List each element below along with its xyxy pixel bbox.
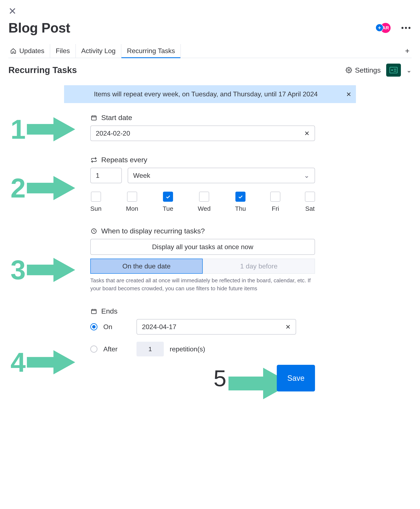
page-title: Blog Post: [8, 20, 70, 36]
day-fri[interactable]: Fri: [270, 192, 280, 212]
tab-label: Files: [56, 47, 70, 55]
annotation-number: 1: [10, 116, 26, 143]
chevron-down-icon: ⌄: [304, 171, 309, 179]
annotation-arrow-icon: [27, 176, 75, 201]
field-label: Start date: [101, 114, 132, 122]
ends-on-row: On 2024-04-17 ✕: [90, 319, 315, 335]
day-wed[interactable]: Wed: [198, 192, 211, 212]
section-title: Recurring Tasks: [8, 65, 77, 75]
tabs: Updates Files Activity Log Recurring Tas…: [8, 44, 412, 58]
repetitions-suffix: repetition(s): [170, 345, 205, 353]
svg-rect-6: [394, 69, 396, 69]
tab-updates[interactable]: Updates: [8, 44, 50, 58]
day-label: Sat: [305, 205, 315, 212]
annotation-number: 3: [10, 256, 26, 284]
day-sat[interactable]: Sat: [305, 192, 315, 212]
app-badge-icon[interactable]: [386, 64, 401, 77]
check-icon: [165, 194, 171, 199]
svg-rect-4: [390, 67, 397, 73]
tab-activity-log[interactable]: Activity Log: [76, 44, 122, 58]
annotation-arrow-icon: [27, 257, 75, 282]
tab-recurring-tasks[interactable]: Recurring Tasks: [121, 44, 181, 58]
repeat-unit-select[interactable]: Week ⌄: [128, 168, 315, 183]
ends-after-row: After 1 repetition(s): [90, 342, 315, 356]
day-tue[interactable]: Tue: [163, 192, 173, 212]
annotation-number: 2: [10, 174, 26, 202]
radio-ends-after[interactable]: [90, 346, 98, 353]
day-label: Tue: [163, 205, 173, 212]
ends-group: Ends On 2024-04-17 ✕ After 1 r: [90, 307, 315, 356]
weekday-selector: Sun Mon Tue Wed Thu Fri Sat: [90, 192, 315, 212]
ends-on-date-value: 2024-04-17: [142, 323, 176, 331]
check-icon: [238, 194, 243, 199]
segment-one-day-before[interactable]: 1 day before: [203, 258, 315, 274]
svg-point-5: [391, 69, 393, 71]
day-sun[interactable]: Sun: [90, 192, 101, 212]
calendar-icon: [90, 114, 98, 121]
radio-ends-on[interactable]: [90, 323, 98, 330]
add-member-icon[interactable]: +: [376, 24, 383, 31]
segment-on-due-date[interactable]: On the due date: [90, 258, 203, 274]
svg-rect-7: [394, 71, 396, 71]
repeat-unit-value: Week: [133, 172, 150, 179]
dismiss-banner-icon[interactable]: ✕: [346, 90, 351, 98]
annotation-arrow-icon: [27, 350, 75, 375]
display-group: When to display recurring tasks? Display…: [90, 227, 315, 292]
display-segment-control: On the due date 1 day before: [90, 258, 315, 274]
day-label: Wed: [198, 205, 211, 212]
more-menu-icon[interactable]: •••: [401, 23, 412, 32]
day-label: Sun: [90, 205, 101, 212]
start-date-group: Start date 2024-02-20 ✕: [90, 114, 315, 141]
chevron-down-icon[interactable]: ⌄: [406, 66, 412, 74]
button-label: Display all your tasks at once now: [152, 243, 253, 251]
section-header: Recurring Tasks Settings ⌄: [8, 58, 412, 82]
segment-label: 1 day before: [240, 262, 278, 270]
home-icon: [10, 47, 17, 55]
repetitions-value: 1: [149, 346, 152, 353]
annotation-arrow-icon: [228, 368, 270, 389]
day-thu[interactable]: Thu: [235, 192, 246, 212]
annotation-number: 4: [10, 349, 26, 376]
tab-label: Updates: [19, 47, 44, 55]
start-date-value: 2024-02-20: [96, 130, 130, 137]
radio-label: After: [103, 345, 131, 353]
field-label: Ends: [101, 307, 118, 315]
day-label: Mon: [126, 205, 138, 212]
day-label: Thu: [235, 205, 246, 212]
button-label: Save: [287, 374, 305, 383]
repeats-group: Repeats every 1 Week ⌄ Sun Mon Tue Wed: [90, 156, 315, 212]
info-banner-text: Items will repeat every week, on Tuesday…: [94, 90, 317, 98]
tab-label: Recurring Tasks: [127, 47, 175, 55]
repeat-interval-input[interactable]: 1: [90, 168, 122, 183]
radio-label: On: [103, 323, 131, 331]
annotation-arrow-icon: [27, 117, 75, 142]
field-label: When to display recurring tasks?: [101, 227, 205, 235]
tab-label: Activity Log: [81, 47, 116, 55]
clock-icon: [90, 228, 98, 235]
repeat-icon: [90, 156, 98, 163]
clear-icon[interactable]: ✕: [285, 323, 291, 331]
ends-on-date-input[interactable]: 2024-04-17 ✕: [136, 319, 296, 335]
repetitions-input[interactable]: 1: [136, 342, 164, 356]
settings-button[interactable]: Settings: [345, 66, 381, 74]
add-tab-button[interactable]: +: [403, 47, 412, 55]
close-icon[interactable]: ✕: [8, 6, 17, 16]
save-row: 5 Save: [90, 365, 315, 391]
day-mon[interactable]: Mon: [126, 192, 138, 212]
member-avatars[interactable]: + AR: [376, 22, 393, 34]
annotation-number: 5: [214, 365, 226, 391]
header-row: Blog Post + AR •••: [8, 20, 412, 36]
day-label: Fri: [272, 205, 279, 212]
repeat-interval-value: 1: [96, 172, 99, 179]
settings-label: Settings: [355, 66, 381, 74]
clear-icon[interactable]: ✕: [304, 130, 309, 137]
field-label: Repeats every: [101, 156, 147, 164]
tab-files[interactable]: Files: [50, 44, 76, 58]
gear-icon: [345, 66, 352, 74]
calendar-icon: [90, 308, 98, 315]
info-banner: Items will repeat every week, on Tuesday…: [64, 85, 356, 103]
start-date-input[interactable]: 2024-02-20 ✕: [90, 125, 315, 141]
display-all-now-button[interactable]: Display all your tasks at once now: [90, 239, 315, 255]
help-text: Tasks that are created all at once will …: [90, 277, 315, 292]
save-button[interactable]: Save: [277, 365, 315, 391]
